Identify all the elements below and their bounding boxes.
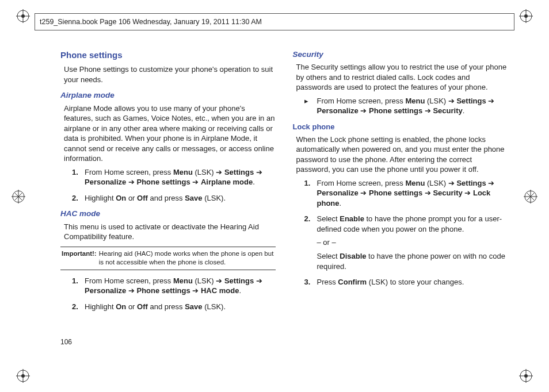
lock-step-1: From Home screen, press Menu (LSK) ➔ Set…: [293, 178, 508, 209]
lock-step-2: Select Enable to have the phone prompt y…: [293, 214, 508, 271]
column-left: Phone settings Use Phone settings to cus…: [60, 46, 276, 352]
important-label: Important!:: [62, 249, 97, 267]
or-divider: – or –: [317, 237, 508, 248]
airplane-step-1: From Home screen, press Menu (LSK) ➔ Set…: [60, 167, 276, 187]
heading-security: Security: [293, 49, 508, 60]
lock-body: When the Lock phone setting is enabled, …: [296, 134, 508, 175]
pdf-header-text: t259_Sienna.book Page 106 Wednesday, Jan…: [40, 18, 262, 26]
heading-hac-mode: HAC mode: [60, 209, 276, 219]
crop-mark-icon: [519, 9, 533, 23]
heading-phone-settings: Phone settings: [60, 49, 276, 61]
page-body: Phone settings Use Phone settings to cus…: [60, 46, 508, 352]
security-step: From Home screen, press Menu (LSK) ➔ Set…: [293, 96, 508, 116]
airplane-step-2: Highlight On or Off and press Save (LSK)…: [60, 193, 276, 203]
airplane-steps: From Home screen, press Menu (LSK) ➔ Set…: [60, 167, 276, 203]
pdf-header: t259_Sienna.book Page 106 Wednesday, Jan…: [35, 13, 514, 30]
hac-body: This menu is used to activate or deactiv…: [64, 222, 276, 242]
hac-steps: From Home screen, press Menu (LSK) ➔ Set…: [60, 276, 276, 312]
important-note: Important!: Hearing aid (HAC) mode works…: [60, 247, 276, 270]
crop-mark-icon: [16, 369, 30, 383]
security-body: The Security settings allow you to restr…: [296, 62, 508, 93]
airplane-body: Airplane Mode allows you to use many of …: [64, 103, 276, 164]
important-text: Hearing aid (HAC) mode works when the ph…: [99, 249, 274, 267]
crop-mark-icon: [519, 369, 533, 383]
hac-step-1: From Home screen, press Menu (LSK) ➔ Set…: [60, 276, 276, 296]
hac-step-2: Highlight On or Off and press Save (LSK)…: [60, 302, 276, 312]
column-right: Security The Security settings allow you…: [293, 46, 508, 352]
crop-mark-icon: [12, 190, 25, 203]
lock-step-3: Press Confirm (LSK) to store your change…: [293, 277, 508, 287]
crop-mark-icon: [16, 9, 30, 23]
heading-airplane-mode: Airplane mode: [60, 90, 276, 101]
lock-steps: From Home screen, press Menu (LSK) ➔ Set…: [293, 178, 508, 287]
phone-settings-intro: Use Phone settings to customize your pho…: [64, 64, 276, 84]
heading-lock-phone: Lock phone: [293, 122, 508, 132]
crop-mark-icon: [524, 190, 537, 203]
page-number: 106: [60, 338, 72, 346]
